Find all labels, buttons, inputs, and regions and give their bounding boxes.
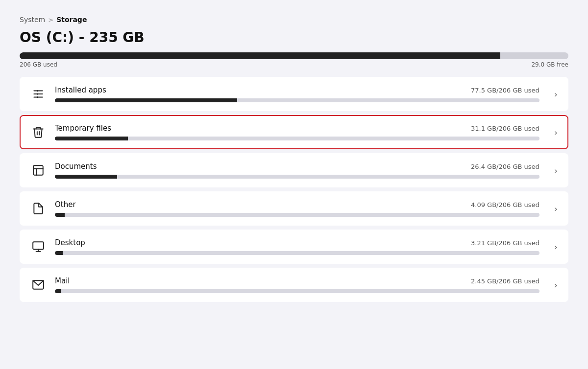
item-content-mail: Mail 2.45 GB/206 GB used: [55, 277, 539, 293]
item-top-row-desktop: Desktop 3.21 GB/206 GB used: [55, 238, 539, 247]
item-label-documents: Documents: [55, 162, 97, 171]
item-top-row-installed-apps: Installed apps 77.5 GB/206 GB used: [55, 86, 539, 94]
item-bar-fill-temporary-files: [55, 137, 128, 140]
item-usage-other: 4.09 GB/206 GB used: [471, 201, 539, 208]
item-content-other: Other 4.09 GB/206 GB used: [55, 200, 539, 217]
main-storage-bar: 206 GB used 29.0 GB free: [20, 52, 568, 68]
item-usage-installed-apps: 77.5 GB/206 GB used: [471, 87, 539, 94]
main-bar-track: [20, 52, 568, 59]
item-bar-fill-documents: [55, 175, 117, 179]
item-bar-fill-mail: [55, 289, 61, 293]
item-chevron-documents: ›: [554, 165, 558, 176]
item-bar-track-other: [55, 213, 539, 217]
item-top-row-other: Other 4.09 GB/206 GB used: [55, 200, 539, 209]
storage-item-installed-apps[interactable]: Installed apps 77.5 GB/206 GB used ›: [20, 77, 568, 111]
item-label-installed-apps: Installed apps: [55, 86, 106, 94]
item-usage-mail: 2.45 GB/206 GB used: [471, 277, 539, 285]
storage-bar-labels: 206 GB used 29.0 GB free: [20, 61, 568, 68]
breadcrumb: System > Storage: [20, 16, 568, 23]
item-content-installed-apps: Installed apps 77.5 GB/206 GB used: [55, 86, 539, 102]
file-icon: [30, 201, 46, 216]
free-label: 29.0 GB free: [531, 61, 568, 68]
item-label-mail: Mail: [55, 277, 70, 285]
item-chevron-temporary-files: ›: [554, 127, 558, 138]
item-chevron-installed-apps: ›: [554, 89, 558, 99]
storage-item-mail[interactable]: Mail 2.45 GB/206 GB used ›: [20, 268, 568, 302]
storage-item-temporary-files[interactable]: Temporary files 31.1 GB/206 GB used ›: [20, 115, 568, 149]
breadcrumb-current: Storage: [56, 16, 87, 23]
item-label-desktop: Desktop: [55, 238, 85, 247]
item-chevron-desktop: ›: [554, 242, 558, 252]
item-bar-track-installed-apps: [55, 98, 539, 102]
item-chevron-other: ›: [554, 204, 558, 214]
item-top-row-mail: Mail 2.45 GB/206 GB used: [55, 277, 539, 285]
used-label: 206 GB used: [20, 61, 57, 68]
item-top-row-temporary-files: Temporary files 31.1 GB/206 GB used: [55, 124, 539, 133]
item-usage-documents: 26.4 GB/206 GB used: [471, 163, 539, 170]
item-bar-fill-installed-apps: [55, 98, 237, 102]
item-chevron-mail: ›: [554, 280, 558, 290]
item-bar-track-documents: [55, 175, 539, 179]
item-content-desktop: Desktop 3.21 GB/206 GB used: [55, 238, 539, 255]
storage-items-list: Installed apps 77.5 GB/206 GB used › Tem…: [20, 77, 568, 302]
page-title: OS (C:) - 235 GB: [20, 29, 568, 46]
breadcrumb-separator: >: [48, 16, 53, 23]
item-bar-track-mail: [55, 289, 539, 293]
item-bar-track-desktop: [55, 251, 539, 255]
storage-item-other[interactable]: Other 4.09 GB/206 GB used ›: [20, 191, 568, 226]
mail-icon: [30, 277, 46, 293]
item-top-row-documents: Documents 26.4 GB/206 GB used: [55, 162, 539, 171]
installed-apps-icon: [30, 86, 46, 102]
storage-item-documents[interactable]: Documents 26.4 GB/206 GB used ›: [20, 153, 568, 187]
breadcrumb-parent[interactable]: System: [20, 16, 45, 23]
storage-item-desktop[interactable]: Desktop 3.21 GB/206 GB used ›: [20, 230, 568, 264]
item-usage-desktop: 3.21 GB/206 GB used: [471, 239, 539, 247]
item-content-documents: Documents 26.4 GB/206 GB used: [55, 162, 539, 179]
item-usage-temporary-files: 31.1 GB/206 GB used: [471, 125, 539, 132]
item-label-temporary-files: Temporary files: [55, 124, 111, 133]
desktop-icon: [30, 239, 46, 254]
main-bar-fill: [20, 52, 500, 59]
item-bar-fill-desktop: [55, 251, 63, 255]
item-label-other: Other: [55, 200, 76, 209]
trash-icon: [30, 124, 46, 140]
item-content-temporary-files: Temporary files 31.1 GB/206 GB used: [55, 124, 539, 140]
item-bar-track-temporary-files: [55, 137, 539, 140]
documents-icon: [30, 162, 46, 178]
item-bar-fill-other: [55, 213, 65, 217]
